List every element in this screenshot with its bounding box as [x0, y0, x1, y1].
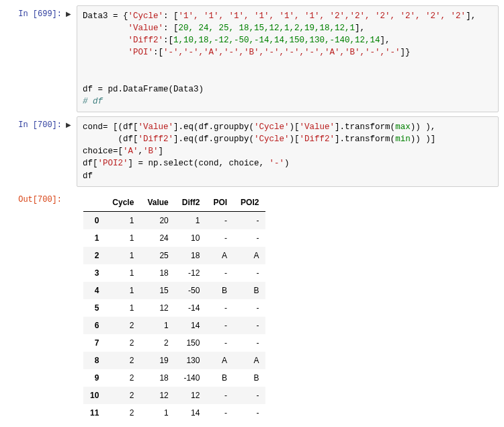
table-cell: 2 [106, 334, 140, 352]
table-cell: B [206, 369, 234, 387]
table-cell: -50 [175, 282, 207, 299]
table-cell: - [234, 387, 265, 404]
table-cell: 1 [140, 317, 175, 334]
table-cell: 2 [106, 317, 140, 334]
table-cell: B [234, 369, 265, 387]
table-cell: 130 [175, 352, 207, 369]
table-cell: B [234, 282, 265, 299]
code-input-699[interactable]: Data3 = {'Cycle': ['1', '1', '1', '1', '… [77, 5, 499, 112]
table-cell: 12 [140, 299, 175, 317]
dataframe-table: Cycle Value Diff2 POI POI2 01201--112410… [83, 194, 265, 422]
col-header: Cycle [106, 194, 140, 212]
table-cell: A [206, 352, 234, 369]
table-cell: 1 [140, 404, 175, 422]
table-cell: 24 [140, 229, 175, 247]
table-cell: - [234, 404, 265, 422]
table-cell: 15 [140, 282, 175, 299]
table-cell: 1 [106, 282, 140, 299]
table-cell: B [206, 282, 234, 299]
table-cell: 19 [140, 352, 175, 369]
row-index: 11 [83, 404, 106, 422]
table-cell: - [234, 229, 265, 247]
table-cell: - [206, 404, 234, 422]
col-header: POI2 [234, 194, 265, 212]
table-cell: - [206, 229, 234, 247]
table-cell: 25 [140, 247, 175, 264]
output-prompt-700: Out[700]: [5, 191, 66, 424]
index-header [83, 194, 106, 212]
table-header-row: Cycle Value Diff2 POI POI2 [83, 194, 265, 212]
table-row: 722150-- [83, 334, 265, 352]
table-cell: 1 [106, 211, 140, 229]
input-prompt-699: In [699]: [5, 5, 66, 112]
table-cell: 18 [140, 264, 175, 282]
table-cell: 20 [140, 211, 175, 229]
code-cell-700: In [700]: ▶ cond= [(df['Value'].eq(df.gr… [5, 116, 499, 187]
table-row: 112410-- [83, 229, 265, 247]
table-cell: 1 [106, 299, 140, 317]
table-cell: 14 [175, 317, 207, 334]
table-row: 01201-- [83, 211, 265, 229]
table-cell: A [234, 352, 265, 369]
row-index: 3 [83, 264, 106, 282]
row-index: 8 [83, 352, 106, 369]
table-cell: 18 [175, 247, 207, 264]
row-index: 0 [83, 211, 106, 229]
table-cell: - [234, 211, 265, 229]
row-index: 5 [83, 299, 106, 317]
table-row: 3118-12-- [83, 264, 265, 282]
run-button-area-699[interactable]: ▶ [66, 5, 77, 112]
table-cell: 10 [175, 229, 207, 247]
table-cell: - [234, 264, 265, 282]
table-cell: -140 [175, 369, 207, 387]
table-cell: - [206, 317, 234, 334]
table-cell: - [206, 387, 234, 404]
table-cell: 1 [106, 247, 140, 264]
table-row: 1021212-- [83, 387, 265, 404]
run-icon: ▶ [66, 9, 77, 19]
table-cell: - [206, 211, 234, 229]
run-button-area-700[interactable]: ▶ [66, 116, 77, 187]
code-cell-699: In [699]: ▶ Data3 = {'Cycle': ['1', '1',… [5, 5, 499, 112]
table-cell: 1 [106, 264, 140, 282]
table-cell: 12 [175, 387, 207, 404]
row-index: 9 [83, 369, 106, 387]
code-input-700[interactable]: cond= [(df['Value'].eq(df.groupby('Cycle… [77, 116, 499, 187]
col-header: Diff2 [175, 194, 207, 212]
row-index: 6 [83, 317, 106, 334]
run-icon: ▶ [66, 120, 77, 130]
table-row: 212518AA [83, 247, 265, 264]
table-cell: 2 [106, 404, 140, 422]
table-row: 5112-14-- [83, 299, 265, 317]
input-prompt-700: In [700]: [5, 116, 66, 187]
row-index: 10 [83, 387, 106, 404]
row-index: 7 [83, 334, 106, 352]
output-cell-700: Out[700]: Cycle Value Diff2 POI POI2 012… [5, 191, 499, 424]
table-row: 4115-50BB [83, 282, 265, 299]
table-cell: 150 [175, 334, 207, 352]
col-header: Value [140, 194, 175, 212]
row-index: 4 [83, 282, 106, 299]
row-index: 1 [83, 229, 106, 247]
table-cell: -12 [175, 264, 207, 282]
table-cell: 1 [106, 229, 140, 247]
table-cell: 1 [175, 211, 207, 229]
table-row: 62114-- [83, 317, 265, 334]
table-cell: 2 [106, 352, 140, 369]
table-cell: - [234, 317, 265, 334]
table-cell: 2 [106, 387, 140, 404]
table-cell: 18 [140, 369, 175, 387]
table-cell: - [206, 264, 234, 282]
table-cell: 2 [106, 369, 140, 387]
table-cell: - [234, 334, 265, 352]
table-cell: -14 [175, 299, 207, 317]
table-cell: A [234, 247, 265, 264]
table-cell: 2 [140, 334, 175, 352]
table-row: 8219130AA [83, 352, 265, 369]
output-area-700: Cycle Value Diff2 POI POI2 01201--112410… [77, 191, 499, 424]
table-cell: - [206, 299, 234, 317]
table-cell: 14 [175, 404, 207, 422]
col-header: POI [206, 194, 234, 212]
table-cell: 12 [140, 387, 175, 404]
table-row: 112114-- [83, 404, 265, 422]
